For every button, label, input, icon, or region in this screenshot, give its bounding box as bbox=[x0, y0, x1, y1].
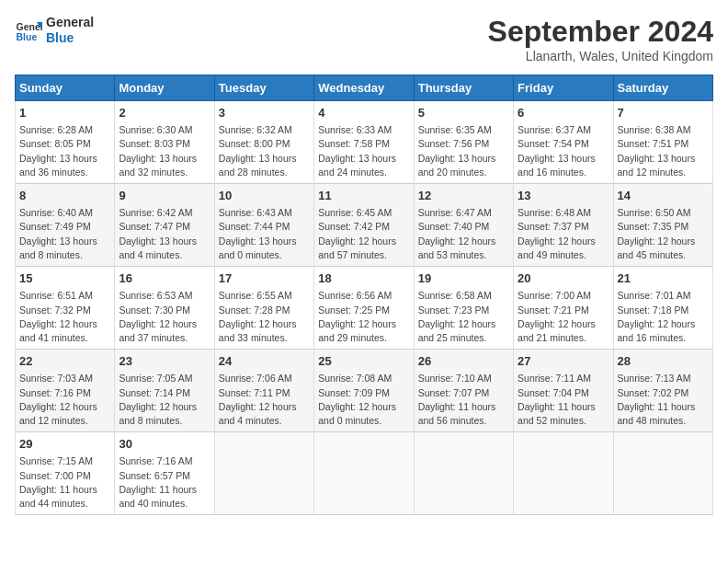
day-cell: 17Sunrise: 6:55 AMSunset: 7:28 PMDayligh… bbox=[214, 267, 313, 350]
header-thursday: Thursday bbox=[414, 75, 513, 101]
day-number: 7 bbox=[618, 105, 709, 121]
day-number: 22 bbox=[19, 353, 110, 370]
day-number: 24 bbox=[219, 353, 310, 370]
header-monday: Monday bbox=[115, 75, 214, 101]
day-cell: 12Sunrise: 6:47 AMSunset: 7:40 PMDayligh… bbox=[414, 184, 513, 267]
day-number: 27 bbox=[518, 353, 609, 370]
week-row-3: 15Sunrise: 6:51 AMSunset: 7:32 PMDayligh… bbox=[16, 267, 713, 350]
logo-line1: General bbox=[46, 15, 94, 30]
day-cell: 2Sunrise: 6:30 AMSunset: 8:03 PMDaylight… bbox=[115, 101, 214, 184]
day-number: 12 bbox=[418, 188, 509, 204]
day-cell: 21Sunrise: 7:01 AMSunset: 7:18 PMDayligh… bbox=[613, 267, 712, 350]
day-cell: 10Sunrise: 6:43 AMSunset: 7:44 PMDayligh… bbox=[214, 184, 313, 267]
day-number: 16 bbox=[119, 270, 210, 287]
day-number: 5 bbox=[418, 105, 509, 121]
day-cell: 9Sunrise: 6:42 AMSunset: 7:47 PMDaylight… bbox=[115, 184, 214, 267]
day-cell: 14Sunrise: 6:50 AMSunset: 7:35 PMDayligh… bbox=[613, 184, 712, 267]
day-cell: 15Sunrise: 6:51 AMSunset: 7:32 PMDayligh… bbox=[16, 267, 115, 350]
day-info: Sunrise: 6:30 AMSunset: 8:03 PMDaylight:… bbox=[119, 123, 210, 179]
week-row-4: 22Sunrise: 7:03 AMSunset: 7:16 PMDayligh… bbox=[16, 350, 713, 432]
day-number: 17 bbox=[219, 270, 310, 287]
day-info: Sunrise: 6:51 AMSunset: 7:32 PMDaylight:… bbox=[19, 289, 110, 345]
day-number: 23 bbox=[119, 353, 210, 370]
week-row-1: 1Sunrise: 6:28 AMSunset: 8:05 PMDaylight… bbox=[16, 101, 713, 184]
day-cell: 27Sunrise: 7:11 AMSunset: 7:04 PMDayligh… bbox=[514, 350, 613, 432]
day-cell bbox=[613, 432, 712, 515]
day-info: Sunrise: 7:08 AMSunset: 7:09 PMDaylight:… bbox=[318, 372, 409, 428]
day-number: 25 bbox=[318, 353, 409, 370]
day-cell: 3Sunrise: 6:32 AMSunset: 8:00 PMDaylight… bbox=[214, 101, 313, 184]
day-cell: 8Sunrise: 6:40 AMSunset: 7:49 PMDaylight… bbox=[16, 184, 115, 267]
day-info: Sunrise: 7:11 AMSunset: 7:04 PMDaylight:… bbox=[518, 372, 609, 428]
day-cell: 7Sunrise: 6:38 AMSunset: 7:51 PMDaylight… bbox=[613, 101, 712, 184]
day-number: 28 bbox=[618, 353, 709, 370]
day-number: 14 bbox=[618, 188, 709, 204]
day-cell: 23Sunrise: 7:05 AMSunset: 7:14 PMDayligh… bbox=[115, 350, 214, 432]
logo: General Blue General Blue bbox=[15, 15, 94, 46]
day-number: 4 bbox=[318, 105, 409, 121]
day-number: 11 bbox=[318, 188, 409, 204]
day-info: Sunrise: 7:05 AMSunset: 7:14 PMDaylight:… bbox=[119, 372, 210, 428]
day-number: 19 bbox=[418, 270, 509, 287]
day-info: Sunrise: 6:40 AMSunset: 7:49 PMDaylight:… bbox=[19, 206, 110, 262]
header-wednesday: Wednesday bbox=[314, 75, 414, 101]
day-number: 21 bbox=[618, 270, 709, 287]
day-cell: 4Sunrise: 6:33 AMSunset: 7:58 PMDaylight… bbox=[314, 101, 414, 184]
location: Llanarth, Wales, United Kingdom bbox=[488, 49, 713, 63]
day-info: Sunrise: 6:53 AMSunset: 7:30 PMDaylight:… bbox=[119, 289, 210, 345]
day-info: Sunrise: 6:42 AMSunset: 7:47 PMDaylight:… bbox=[119, 206, 210, 262]
day-info: Sunrise: 6:45 AMSunset: 7:42 PMDaylight:… bbox=[318, 206, 409, 262]
day-number: 8 bbox=[19, 188, 110, 204]
day-cell: 20Sunrise: 7:00 AMSunset: 7:21 PMDayligh… bbox=[514, 267, 613, 350]
day-info: Sunrise: 7:15 AMSunset: 7:00 PMDaylight:… bbox=[19, 454, 110, 511]
day-info: Sunrise: 7:16 AMSunset: 6:57 PMDaylight:… bbox=[119, 454, 210, 511]
day-number: 3 bbox=[219, 105, 310, 121]
day-cell: 28Sunrise: 7:13 AMSunset: 7:02 PMDayligh… bbox=[613, 350, 712, 432]
header-tuesday: Tuesday bbox=[214, 75, 313, 101]
day-number: 15 bbox=[19, 270, 110, 287]
day-number: 18 bbox=[318, 270, 409, 287]
day-info: Sunrise: 6:50 AMSunset: 7:35 PMDaylight:… bbox=[618, 206, 709, 262]
day-info: Sunrise: 6:56 AMSunset: 7:25 PMDaylight:… bbox=[318, 289, 409, 345]
svg-text:Blue: Blue bbox=[17, 30, 38, 41]
day-cell: 24Sunrise: 7:06 AMSunset: 7:11 PMDayligh… bbox=[214, 350, 313, 432]
day-info: Sunrise: 6:48 AMSunset: 7:37 PMDaylight:… bbox=[518, 206, 609, 262]
day-info: Sunrise: 6:35 AMSunset: 7:56 PMDaylight:… bbox=[418, 123, 509, 179]
day-info: Sunrise: 7:01 AMSunset: 7:18 PMDaylight:… bbox=[618, 289, 709, 345]
day-info: Sunrise: 6:43 AMSunset: 7:44 PMDaylight:… bbox=[219, 206, 310, 262]
day-cell: 16Sunrise: 6:53 AMSunset: 7:30 PMDayligh… bbox=[115, 267, 214, 350]
page-header: General Blue General Blue September 2024… bbox=[15, 15, 713, 63]
day-info: Sunrise: 6:33 AMSunset: 7:58 PMDaylight:… bbox=[318, 123, 409, 179]
day-info: Sunrise: 6:32 AMSunset: 8:00 PMDaylight:… bbox=[219, 123, 310, 179]
day-number: 20 bbox=[518, 270, 609, 287]
day-cell: 11Sunrise: 6:45 AMSunset: 7:42 PMDayligh… bbox=[314, 184, 414, 267]
day-number: 29 bbox=[19, 436, 110, 453]
day-number: 9 bbox=[119, 188, 210, 204]
day-number: 6 bbox=[518, 105, 609, 121]
week-row-2: 8Sunrise: 6:40 AMSunset: 7:49 PMDaylight… bbox=[16, 184, 713, 267]
week-row-5: 29Sunrise: 7:15 AMSunset: 7:00 PMDayligh… bbox=[16, 432, 713, 515]
day-cell: 13Sunrise: 6:48 AMSunset: 7:37 PMDayligh… bbox=[514, 184, 613, 267]
day-cell bbox=[214, 432, 313, 515]
day-cell: 18Sunrise: 6:56 AMSunset: 7:25 PMDayligh… bbox=[314, 267, 414, 350]
day-number: 26 bbox=[418, 353, 509, 370]
day-info: Sunrise: 7:03 AMSunset: 7:16 PMDaylight:… bbox=[19, 372, 110, 428]
day-number: 2 bbox=[119, 105, 210, 121]
day-info: Sunrise: 7:13 AMSunset: 7:02 PMDaylight:… bbox=[618, 372, 709, 428]
day-cell: 5Sunrise: 6:35 AMSunset: 7:56 PMDaylight… bbox=[414, 101, 513, 184]
day-info: Sunrise: 6:55 AMSunset: 7:28 PMDaylight:… bbox=[219, 289, 310, 345]
day-number: 30 bbox=[119, 436, 210, 453]
day-cell: 22Sunrise: 7:03 AMSunset: 7:16 PMDayligh… bbox=[16, 350, 115, 432]
day-cell: 30Sunrise: 7:16 AMSunset: 6:57 PMDayligh… bbox=[115, 432, 214, 515]
day-cell: 29Sunrise: 7:15 AMSunset: 7:00 PMDayligh… bbox=[16, 432, 115, 515]
logo-icon: General Blue bbox=[15, 17, 42, 44]
day-info: Sunrise: 6:47 AMSunset: 7:40 PMDaylight:… bbox=[418, 206, 509, 262]
header-sunday: Sunday bbox=[16, 75, 115, 101]
day-cell bbox=[514, 432, 613, 515]
title-block: September 2024 Llanarth, Wales, United K… bbox=[488, 15, 713, 63]
month-title: September 2024 bbox=[488, 15, 713, 49]
day-cell: 6Sunrise: 6:37 AMSunset: 7:54 PMDaylight… bbox=[514, 101, 613, 184]
day-cell: 25Sunrise: 7:08 AMSunset: 7:09 PMDayligh… bbox=[314, 350, 414, 432]
day-cell bbox=[414, 432, 513, 515]
header-saturday: Saturday bbox=[613, 75, 712, 101]
